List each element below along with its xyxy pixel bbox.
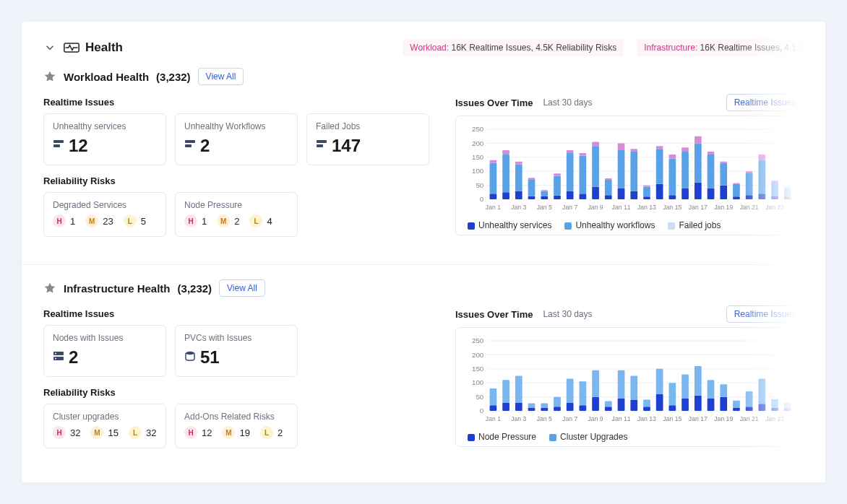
svg-rect-54: [630, 149, 637, 152]
chart-svg: 050100150200250Jan 1Jan 3Jan 5Jan 7Jan 9…: [462, 334, 797, 427]
svg-rect-37: [567, 191, 574, 199]
page-header: Health Workload: 16K Realtime Issues, 4.…: [22, 39, 825, 68]
svg-rect-20: [490, 163, 497, 194]
star-icon[interactable]: [43, 282, 56, 295]
svg-rect-72: [708, 152, 715, 155]
svg-text:Jan 17: Jan 17: [689, 415, 708, 422]
chart-title: Issues Over Time: [455, 97, 533, 108]
metric-card[interactable]: Nodes with Issues 2: [43, 325, 166, 377]
svg-rect-84: [758, 155, 765, 160]
svg-text:250: 250: [472, 125, 484, 133]
svg-text:Jan 13: Jan 13: [637, 415, 656, 422]
svg-text:Jan 7: Jan 7: [562, 204, 577, 211]
svg-text:0: 0: [480, 407, 484, 414]
svg-rect-32: [541, 191, 548, 196]
legend-item: Node Pressure: [468, 432, 536, 442]
svg-rect-145: [643, 400, 650, 407]
svg-text:Jan 11: Jan 11: [612, 204, 631, 211]
svg-rect-48: [605, 178, 612, 180]
svg-rect-122: [502, 402, 510, 411]
badge-workload[interactable]: Workload: 16K Realtime Issues, 4.5K Reli…: [403, 39, 624, 56]
svg-rect-147: [656, 369, 663, 394]
svg-text:250: 250: [472, 336, 484, 344]
legend-item: Failed jobs: [668, 220, 721, 230]
svg-rect-50: [618, 150, 625, 188]
svg-rect-76: [733, 196, 740, 199]
chip-med: M: [90, 426, 103, 439]
svg-rect-47: [605, 180, 612, 195]
svg-rect-144: [643, 407, 650, 411]
svg-rect-138: [605, 407, 612, 411]
svg-rect-22: [502, 192, 510, 199]
chevron-down-icon[interactable]: [43, 41, 56, 54]
svg-rect-156: [720, 397, 727, 411]
svg-text:200: 200: [472, 139, 484, 147]
svg-rect-33: [541, 190, 548, 191]
svg-text:50: 50: [476, 181, 483, 189]
svg-rect-132: [567, 402, 574, 411]
svg-rect-38: [567, 153, 574, 191]
svg-text:Jan 21: Jan 21: [740, 415, 759, 422]
subhead-realtime: Realtime Issues: [43, 97, 434, 108]
svg-rect-82: [758, 194, 765, 199]
chart-area: 050100150200250Jan 1Jan 3Jan 5Jan 7Jan 9…: [455, 327, 804, 447]
svg-rect-41: [580, 156, 587, 194]
svg-rect-1: [53, 140, 64, 143]
svg-rect-152: [695, 396, 702, 411]
svg-text:150: 150: [472, 365, 484, 373]
view-all-button[interactable]: View All: [219, 279, 265, 297]
svg-text:Jan 1: Jan 1: [486, 204, 501, 211]
card-label: Degraded Services: [53, 200, 157, 210]
svg-text:Jan 15: Jan 15: [663, 204, 682, 211]
svg-text:Jan 9: Jan 9: [588, 204, 603, 211]
svg-rect-155: [708, 380, 715, 398]
svg-rect-137: [592, 370, 599, 397]
svg-rect-165: [771, 399, 778, 408]
svg-rect-148: [668, 405, 676, 411]
svg-rect-53: [630, 152, 637, 191]
svg-text:Jan 5: Jan 5: [537, 415, 552, 422]
svg-text:Jan 1: Jan 1: [486, 415, 501, 422]
svg-rect-43: [592, 187, 599, 199]
svg-rect-71: [708, 155, 715, 188]
metric-card[interactable]: PVCs with Issues 51: [175, 325, 298, 377]
chart-legend: Unhealthy servicesUnhealthy workflowsFai…: [462, 220, 797, 230]
chip-high: H: [184, 214, 197, 227]
svg-rect-30: [528, 178, 536, 179]
metric-card[interactable]: Unhealthy services 12: [43, 113, 166, 165]
card-icon: [184, 139, 196, 153]
svg-text:100: 100: [472, 167, 484, 175]
chart-area: 050100150200250Jan 1Jan 3Jan 5Jan 7Jan 9…: [455, 116, 804, 235]
star-icon[interactable]: [43, 70, 56, 83]
risk-card[interactable]: Degraded Services H1 M23 L5: [43, 192, 166, 237]
svg-rect-25: [515, 191, 523, 199]
card-label: Unhealthy services: [53, 121, 157, 131]
metric-card[interactable]: Unhealthy Workflows 2: [175, 113, 298, 165]
badge-infrastructure[interactable]: Infrastructure: 16K Realtime Issues, 4.1: [637, 39, 804, 56]
view-all-button[interactable]: View All: [198, 68, 244, 85]
svg-rect-167: [784, 402, 791, 408]
svg-rect-166: [784, 408, 791, 411]
chart-filter-pill[interactable]: Realtime Issues: [726, 94, 804, 111]
risk-card[interactable]: Add-Ons Related Risks H12 M19 L2: [175, 404, 298, 448]
section-count: (3,232): [156, 71, 191, 83]
metric-card[interactable]: Failed Jobs 147: [306, 113, 429, 165]
chart-filter-pill[interactable]: Realtime Issues: [726, 305, 804, 323]
card-label: Nodes with Issues: [53, 333, 157, 343]
svg-rect-160: [746, 407, 753, 411]
card-value: 2: [69, 347, 78, 368]
svg-rect-68: [695, 143, 702, 182]
svg-rect-5: [317, 140, 327, 143]
svg-rect-63: [668, 155, 676, 159]
svg-point-106: [55, 358, 56, 360]
svg-rect-69: [695, 136, 702, 144]
chip-high: H: [53, 426, 66, 439]
risk-card[interactable]: Cluster upgrades H32 M15 L32: [43, 404, 166, 448]
section-0: Workload Health (3,232) View All Realtim…: [22, 68, 825, 264]
card-label: PVCs with Issues: [184, 333, 288, 343]
svg-rect-126: [528, 407, 536, 411]
svg-rect-146: [656, 394, 663, 411]
risk-card[interactable]: Node Pressure H1 M2 L4: [175, 192, 298, 237]
svg-rect-19: [490, 194, 497, 199]
svg-rect-143: [630, 376, 637, 400]
